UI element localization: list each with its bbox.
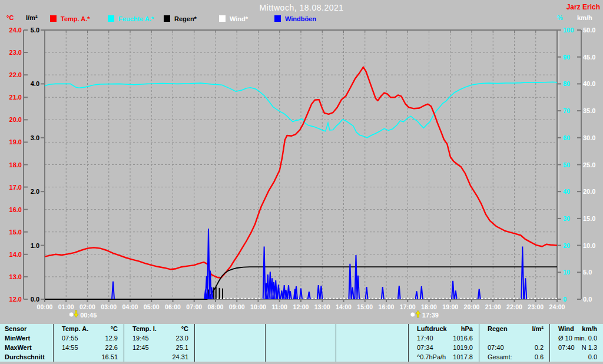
table-cell-text: MaxWert	[0, 343, 32, 352]
wind-tick-label: 0.0	[583, 296, 592, 303]
time-tick-label: 12:00	[293, 303, 309, 310]
table-cell-time	[124, 352, 132, 362]
rain-tick-label: 4.0	[31, 80, 39, 87]
table-column-unit	[402, 324, 408, 333]
humidity-tick-label: 30	[563, 215, 570, 222]
time-tick-label: 11:00	[272, 303, 287, 310]
wind-tick-label: 30.0	[583, 134, 595, 141]
table-cell-value: 0.0	[588, 352, 603, 362]
table-row	[336, 333, 408, 343]
table-cell-time	[550, 352, 558, 362]
moon-icon	[410, 312, 415, 317]
time-tick-label: 17:00	[400, 303, 416, 310]
table-cell-time: 07:34	[409, 343, 433, 352]
temp-tick-label: 18.0	[9, 161, 22, 168]
table-column: Temp. A.°C07:5512.914:5522.616.51	[53, 324, 124, 362]
humidity-tick-label: 100	[563, 27, 574, 34]
table-header-row	[336, 324, 408, 333]
humidity-tick-label: 90	[563, 54, 570, 61]
time-tick-label: 14:00	[336, 303, 352, 310]
table-cell-text: MinWert	[0, 333, 30, 343]
table-column: Temp. I.°C19:4523.012:4525.124.31	[124, 324, 194, 362]
time-tick-label: 13:00	[314, 303, 330, 310]
table-cell-value	[330, 352, 336, 362]
rain-tick-label: 1.0	[31, 242, 39, 249]
table-cell-time: 14:55	[54, 343, 78, 352]
wind-tick-label: 20.0	[583, 188, 595, 195]
marker-time-label: 00:45	[80, 312, 97, 319]
moonrise-marker: 17:39	[410, 310, 439, 319]
arrow-up-icon	[416, 310, 420, 317]
humidity-tick-label: 40	[563, 188, 570, 195]
rain-tick-label: 5.0	[31, 27, 39, 34]
table-row	[336, 352, 408, 362]
table-column-unit: °C	[111, 324, 124, 333]
table-cell-time: 07:40	[550, 343, 575, 352]
temp-tick-label: 17.0	[9, 184, 22, 191]
marker-time-label: 17:39	[422, 312, 439, 319]
rain-tick-label: 2.0	[31, 188, 39, 195]
time-tick-label: 22:00	[506, 303, 522, 310]
table-row	[266, 343, 336, 352]
table-column-unit: hPa	[461, 324, 479, 333]
table-column-unit: km/h	[582, 324, 603, 333]
humidity-tick-label: 70	[563, 107, 570, 114]
table-header-row: Regenl/m²	[479, 324, 549, 333]
table-cell-time: Ø 10 min.	[550, 333, 587, 343]
table-row: 07:400.2	[479, 343, 549, 352]
temp-tick-label: 22.0	[9, 71, 22, 78]
table-cell-value: 22.6	[105, 343, 124, 352]
table-row: 07:40N 1.3	[550, 343, 603, 352]
table-column-unit	[330, 324, 336, 333]
table-cell-value: 23.0	[176, 333, 194, 343]
table-row: Gesamt:0.6	[479, 352, 549, 362]
table-column-title: Regen	[479, 324, 508, 333]
table-column: Regenl/m²07:400.2Gesamt:0.6	[479, 324, 549, 362]
table-cell-time: 07:55	[54, 333, 78, 343]
table-header-row	[266, 324, 336, 333]
table-cell-value	[402, 333, 408, 343]
table-cell-time	[479, 333, 488, 343]
temp-tick-label: 20.0	[9, 116, 22, 123]
table-cell-value	[330, 333, 336, 343]
temp-tick-label: 13.0	[9, 273, 22, 280]
time-tick-label: 06:00	[165, 303, 181, 310]
table-cell-value: 0.0	[588, 333, 603, 343]
table-row-label: Sensor	[0, 324, 53, 333]
wind-tick-label: 45.0	[583, 54, 595, 61]
table-row-label: MinWert	[0, 333, 53, 343]
table-column-unit: l/m²	[532, 324, 549, 333]
wind-tick-label: 35.0	[583, 107, 595, 114]
table-header-row: Windkm/h	[550, 324, 603, 333]
table-row	[195, 343, 265, 352]
time-tick-label: 00:00	[37, 303, 53, 310]
table-cell-value: 0.6	[535, 352, 549, 362]
table-row-label-column: SensorMinWertMaxWertDurchschnitt	[0, 324, 53, 362]
moon-icon	[69, 312, 74, 317]
table-header-row: Temp. I.°C	[124, 324, 194, 333]
table-column: Windkm/hØ 10 min.0.007:40N 1.30.0	[549, 324, 603, 362]
table-cell-value: 1017.8	[453, 352, 479, 362]
time-tick-label: 01:00	[58, 303, 74, 310]
table-row	[195, 333, 265, 343]
moonset-marker: 00:45	[69, 310, 97, 319]
humidity-tick-label: 80	[563, 80, 570, 87]
table-row: Ø 10 min.0.0	[550, 333, 603, 343]
table-cell-time: ^0.7hPa/h	[409, 352, 446, 362]
table-column	[265, 324, 336, 362]
time-tick-label: 04:00	[122, 303, 138, 310]
time-tick-label: 09:00	[229, 303, 245, 310]
time-tick-label: 08:00	[208, 303, 224, 310]
rain-tick-label: 0.0	[31, 296, 39, 303]
table-cell-value: 16.51	[101, 352, 124, 362]
table-row: 12:4525.1	[124, 343, 194, 352]
wind-tick-label: 10.0	[583, 242, 595, 249]
table-column-title: Wind	[550, 324, 574, 333]
table-cell-value: 1019.0	[453, 343, 479, 352]
table-cell-value	[259, 333, 265, 343]
table-row-label: Durchschnitt	[0, 352, 53, 362]
table-cell-value: 24.31	[172, 352, 194, 362]
time-tick-label: 07:00	[186, 303, 202, 310]
time-tick-label: 15:00	[357, 303, 373, 310]
time-tick-label: 10:00	[250, 303, 266, 310]
